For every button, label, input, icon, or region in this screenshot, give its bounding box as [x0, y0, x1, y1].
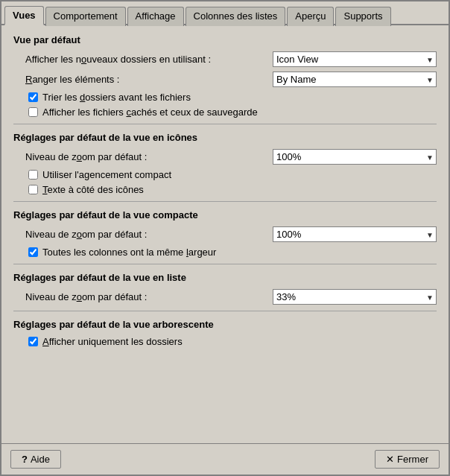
compact-group: Niveau de zoom par défaut : 33% 50% 66% …: [13, 226, 437, 258]
divider-1: [13, 124, 437, 124]
tab-comportement-label: Comportement: [54, 10, 118, 22]
help-icon: ?: [22, 454, 28, 465]
tab-affichage[interactable]: Affichage: [127, 7, 184, 26]
checkbox-trier-dossiers-label: Trier les dossiers avant les fichiers: [42, 92, 191, 103]
tab-vues[interactable]: Vues: [4, 6, 44, 25]
tab-comportement[interactable]: Comportement: [45, 7, 126, 26]
help-button[interactable]: ? Aide: [10, 450, 61, 469]
divider-3: [13, 264, 437, 264]
section-liste-title: Réglages par défaut de la vue en liste: [13, 272, 437, 283]
tab-supports[interactable]: Supports: [335, 7, 390, 26]
zoom-compact-select[interactable]: 33% 50% 66% 100% 150% 200%: [273, 226, 437, 242]
zoom-liste-select[interactable]: 33% 50% 66% 100% 150% 200%: [273, 289, 437, 305]
checkbox-texte-icones-input[interactable]: [28, 185, 38, 194]
row-zoom-compact: Niveau de zoom par défaut : 33% 50% 66% …: [25, 226, 437, 242]
footer: ? Aide ✕ Fermer: [1, 443, 449, 475]
icon-view-select[interactable]: Icon View List View Compact View Tree Vi…: [273, 51, 437, 67]
checkbox-trier-dossiers: Trier les dossiers avant les fichiers: [25, 92, 437, 103]
icon-view-select-wrapper: Icon View List View Compact View Tree Vi…: [273, 51, 437, 67]
by-name-select[interactable]: By Name By Size By Type By Date: [273, 72, 437, 87]
checkbox-meme-largeur: Toutes les colonnes ont la même largeur: [25, 247, 437, 258]
icones-group: Niveau de zoom par défaut : 33% 50% 66% …: [13, 149, 437, 195]
zoom-liste-select-wrapper: 33% 50% 66% 100% 150% 200%: [273, 289, 437, 305]
divider-2: [13, 201, 437, 202]
tab-colonnes-label: Colonnes des listes: [194, 10, 278, 22]
arborescente-group: Afficher uniquement les dossiers: [13, 336, 437, 347]
section-compact-title: Réglages par défaut de la vue compacte: [13, 209, 437, 220]
close-button[interactable]: ✕ Fermer: [375, 450, 440, 469]
row-zoom-icones: Niveau de zoom par défaut : 33% 50% 66% …: [25, 149, 437, 165]
checkbox-compact: Utiliser l'agencement compact: [25, 169, 437, 180]
content-area: Vue par défaut Afficher les nouveaux dos…: [1, 25, 449, 443]
tab-apercu[interactable]: Aperçu: [287, 7, 334, 26]
checkbox-uniquement-dossiers: Afficher uniquement les dossiers: [25, 336, 437, 347]
zoom-compact-select-wrapper: 33% 50% 66% 100% 150% 200%: [273, 226, 437, 242]
row-zoom-liste: Niveau de zoom par défaut : 33% 50% 66% …: [25, 289, 437, 305]
zoom-compact-label: Niveau de zoom par défaut :: [25, 229, 147, 240]
vue-defaut-group: Afficher les nouveaux dossiers en utilis…: [13, 51, 437, 118]
checkbox-texte-icones-label: Texte à côté des icônes: [42, 184, 144, 195]
tab-vues-label: Vues: [13, 10, 36, 21]
tab-bar: Vues Comportement Affichage Colonnes des…: [1, 1, 449, 25]
checkbox-meme-largeur-input[interactable]: [28, 247, 38, 257]
divider-4: [13, 311, 437, 311]
checkbox-uniquement-dossiers-label: Afficher uniquement les dossiers: [42, 336, 183, 347]
close-icon: ✕: [386, 454, 394, 465]
window: Vues Comportement Affichage Colonnes des…: [0, 0, 450, 476]
zoom-icones-label: Niveau de zoom par défaut :: [25, 151, 147, 162]
zoom-liste-label: Niveau de zoom par défaut :: [25, 291, 147, 302]
help-label: Aide: [31, 454, 50, 465]
checkbox-fichiers-caches: Afficher les fichiers cachés et ceux de …: [25, 107, 437, 118]
by-name-select-wrapper: By Name By Size By Type By Date: [273, 72, 437, 87]
checkbox-compact-input[interactable]: [28, 170, 38, 180]
checkbox-compact-label: Utiliser l'agencement compact: [42, 169, 171, 180]
zoom-icones-select-wrapper: 33% 50% 66% 100% 150% 200%: [273, 149, 437, 165]
tab-supports-label: Supports: [343, 10, 382, 22]
section-icones-title: Réglages par défaut de la vue en icônes: [13, 132, 437, 143]
tab-colonnes[interactable]: Colonnes des listes: [186, 7, 286, 26]
checkbox-texte-icones: Texte à côté des icônes: [25, 184, 437, 195]
zoom-icones-select[interactable]: 33% 50% 66% 100% 150% 200%: [273, 149, 437, 165]
afficher-dossiers-label: Afficher les nouveaux dossiers en utilis…: [25, 54, 211, 65]
section-vue-defaut-title: Vue par défaut: [13, 34, 437, 45]
checkbox-fichiers-caches-input[interactable]: [28, 107, 38, 117]
tab-apercu-label: Aperçu: [295, 10, 326, 22]
liste-group: Niveau de zoom par défaut : 33% 50% 66% …: [13, 289, 437, 305]
section-arborescente-title: Réglages par défaut de la vue arborescen…: [13, 319, 437, 330]
checkbox-meme-largeur-label: Toutes les colonnes ont la même largeur: [42, 247, 216, 258]
checkbox-uniquement-dossiers-input[interactable]: [28, 337, 38, 346]
row-afficher-dossiers: Afficher les nouveaux dossiers en utilis…: [25, 51, 437, 67]
tab-affichage-label: Affichage: [136, 10, 176, 22]
close-label: Fermer: [397, 454, 428, 465]
checkbox-fichiers-caches-label: Afficher les fichiers cachés et ceux de …: [42, 107, 258, 118]
checkbox-trier-dossiers-input[interactable]: [28, 92, 38, 102]
ranger-elements-label: Ranger les éléments :: [25, 74, 119, 85]
row-ranger-elements: Ranger les éléments : By Name By Size By…: [25, 72, 437, 87]
